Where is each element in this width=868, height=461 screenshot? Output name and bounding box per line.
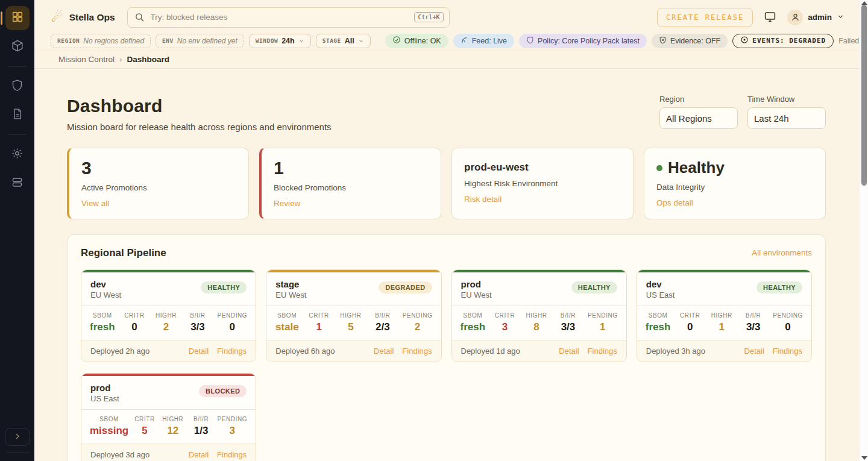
ops-detail-link[interactable]: Ops detail <box>656 198 693 207</box>
findings-link[interactable]: Findings <box>217 450 247 459</box>
findings-link[interactable]: Findings <box>588 347 617 356</box>
stat-bir: B/I/R3/3 <box>556 312 580 333</box>
data-integrity-value: Healthy <box>668 158 725 177</box>
sidebar-divider <box>5 452 30 453</box>
offline-status-chip[interactable]: Offline: OK <box>385 34 448 48</box>
scroll-down-arrow-icon[interactable] <box>861 456 867 460</box>
highest-risk-env: prod-eu-west <box>464 158 621 174</box>
env-name: stage <box>275 279 306 289</box>
breadcrumb-separator-icon: › <box>119 55 122 64</box>
env-region: EU West <box>275 290 306 299</box>
window-filter-label: WINDOW <box>256 37 278 44</box>
stat-sbom: SBOMfresh <box>646 312 671 333</box>
stat-bir: B/I/R3/3 <box>186 312 210 333</box>
events-status-chip[interactable]: EVENTS: DEGRADED <box>732 34 834 48</box>
sidebar-item-dashboard[interactable] <box>5 6 30 30</box>
sidebar-item-settings[interactable] <box>5 142 30 166</box>
active-promotions-label: Active Promotions <box>81 183 236 192</box>
env-card-header: prod EU West HEALTHY <box>452 272 626 306</box>
breadcrumb: Mission Control › Dashboard <box>34 51 859 69</box>
user-name: admin <box>808 13 832 22</box>
page-header: Dashboard Mission board for release heal… <box>67 96 826 132</box>
stage-filter-chip[interactable]: STAGE All <box>316 34 371 48</box>
env-region: EU West <box>461 290 492 299</box>
env-stats: SBOMfresh CRITR0 HIGHR1 B/I/R3/3 PENDING… <box>637 306 811 340</box>
evidence-status-label: Evidence: OFF <box>670 37 720 45</box>
detail-link[interactable]: Detail <box>189 347 209 356</box>
events-status-label: EVENTS: DEGRADED <box>752 37 826 45</box>
active-promotions-count: 3 <box>81 158 236 178</box>
scrollbar-thumb[interactable] <box>861 5 867 186</box>
shield-icon <box>526 36 534 46</box>
stat-pending: PENDING0 <box>773 312 803 333</box>
window-filter-chip[interactable]: WINDOW 24h <box>249 34 311 48</box>
stat-sbom: SBOMmissing <box>90 416 128 437</box>
stat-critr: CRITR1 <box>307 312 331 333</box>
stat-critr: CRITR0 <box>678 312 702 333</box>
page-content: Dashboard Mission board for release heal… <box>34 69 859 461</box>
time-window-select-group: Time Window Last 24h <box>747 95 826 129</box>
env-card-footer: Deployed 6h ago DetailFindings <box>266 340 441 362</box>
summary-cards: 3 Active Promotions View all 1 Blocked P… <box>67 148 826 219</box>
env-stats: SBOMfresh CRITR3 HIGHR8 B/I/R3/3 PENDING… <box>452 306 626 340</box>
blocked-promotions-label: Blocked Promotions <box>274 183 429 192</box>
env-name: dev <box>646 279 675 289</box>
health-dot-icon <box>656 165 662 171</box>
sidebar-expand-button[interactable] <box>5 428 30 446</box>
detail-link[interactable]: Detail <box>559 347 579 356</box>
env-card-prod-us-east: prod US East BLOCKED SBOMmissing CRITR5 … <box>81 373 256 461</box>
page-filters: Region All Regions Time Window Last 24h <box>659 95 826 129</box>
risk-detail-link[interactable]: Risk detail <box>464 195 502 204</box>
page-title: Dashboard <box>67 96 332 116</box>
env-card-header: stage EU West DEGRADED <box>266 272 441 306</box>
sidebar-divider <box>8 134 27 135</box>
search-input[interactable] <box>127 7 450 28</box>
stage-filter-label: STAGE <box>322 37 341 44</box>
sidebar-item-security[interactable] <box>5 74 30 98</box>
all-environments-link[interactable]: All environments <box>752 248 812 257</box>
app-root: ☄ Stella Ops Ctrl+K CREATE RELEASE <box>0 0 868 461</box>
feed-status-chip[interactable]: Feed: Live <box>453 34 514 48</box>
active-indicator <box>1 11 2 25</box>
status-badge: HEALTHY <box>571 281 617 293</box>
env-name: prod <box>461 279 492 289</box>
review-link[interactable]: Review <box>274 199 300 208</box>
user-menu[interactable]: admin <box>787 10 844 25</box>
comet-logo-icon: ☄ <box>51 11 63 24</box>
view-all-link[interactable]: View all <box>81 199 109 208</box>
sidebar-item-infrastructure[interactable] <box>5 171 30 195</box>
display-mode-button[interactable] <box>764 10 776 25</box>
env-card-header: dev US East HEALTHY <box>637 272 811 306</box>
time-window-select[interactable]: Last 24h <box>747 107 826 129</box>
sidebar-item-packages[interactable] <box>5 35 30 59</box>
vertical-scrollbar[interactable] <box>859 0 868 461</box>
detail-link[interactable]: Detail <box>374 347 394 356</box>
context-bar: REGION No regions defined ENV No env def… <box>34 34 859 51</box>
global-search: Ctrl+K <box>127 7 450 28</box>
stat-pending: PENDING3 <box>217 416 247 437</box>
policy-status-chip[interactable]: Policy: Core Policy Pack latest <box>519 34 647 48</box>
shield-icon <box>11 79 24 94</box>
chevron-down-icon <box>298 36 304 46</box>
brand-name: Stella Ops <box>69 12 115 23</box>
sidebar-item-documents[interactable] <box>5 103 30 127</box>
env-stats: SBOMmissing CRITR5 HIGHR12 B/I/R1/3 PEND… <box>81 409 256 444</box>
create-release-button[interactable]: CREATE RELEASE <box>657 8 753 27</box>
detail-link[interactable]: Detail <box>744 347 764 356</box>
region-filter-value: No regions defined <box>83 37 144 45</box>
deployed-time: Deployed 1d ago <box>461 347 520 356</box>
env-filter-chip[interactable]: ENV No env defined yet <box>156 34 244 48</box>
sidebar-divider <box>8 66 27 67</box>
evidence-status-chip[interactable]: Evidence: OFF <box>652 34 728 48</box>
findings-link[interactable]: Findings <box>773 347 802 356</box>
findings-link[interactable]: Findings <box>217 347 247 356</box>
findings-link[interactable]: Findings <box>402 347 432 356</box>
breadcrumb-parent[interactable]: Mission Control <box>58 55 115 64</box>
region-filter-chip[interactable]: REGION No regions defined <box>51 34 151 48</box>
chevron-down-icon <box>837 12 844 23</box>
package-icon <box>11 39 24 55</box>
env-card-titles: dev EU West <box>90 279 121 299</box>
region-select[interactable]: All Regions <box>659 107 738 129</box>
document-icon <box>11 108 24 122</box>
detail-link[interactable]: Detail <box>189 450 209 459</box>
